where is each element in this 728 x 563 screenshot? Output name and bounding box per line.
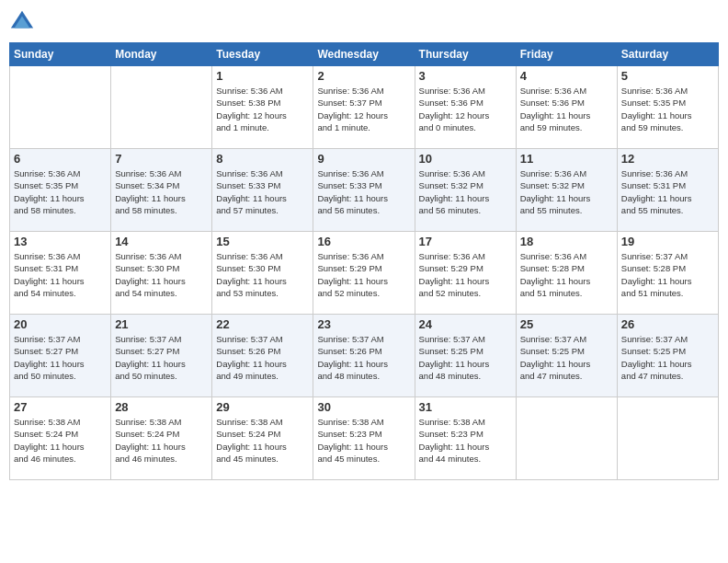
day-number: 30: [317, 400, 410, 414]
day-info: Sunrise: 5:37 AM Sunset: 5:27 PM Dayligh…: [14, 333, 107, 382]
column-header-friday: Friday: [516, 43, 617, 66]
column-header-thursday: Thursday: [415, 43, 516, 66]
day-number: 16: [317, 235, 410, 248]
calendar-cell: 12Sunrise: 5:36 AM Sunset: 5:31 PM Dayli…: [617, 149, 718, 232]
day-info: Sunrise: 5:36 AM Sunset: 5:35 PM Dayligh…: [14, 167, 107, 216]
day-info: Sunrise: 5:36 AM Sunset: 5:34 PM Dayligh…: [115, 167, 208, 216]
column-header-wednesday: Wednesday: [313, 43, 415, 66]
day-info: Sunrise: 5:38 AM Sunset: 5:24 PM Dayligh…: [14, 416, 107, 465]
calendar-table: SundayMondayTuesdayWednesdayThursdayFrid…: [9, 42, 719, 480]
calendar-cell: 28Sunrise: 5:38 AM Sunset: 5:24 PM Dayli…: [111, 397, 212, 480]
day-info: Sunrise: 5:36 AM Sunset: 5:28 PM Dayligh…: [520, 250, 613, 299]
calendar-cell: 9Sunrise: 5:36 AM Sunset: 5:33 PM Daylig…: [313, 149, 415, 232]
header-row: SundayMondayTuesdayWednesdayThursdayFrid…: [10, 43, 719, 66]
day-info: Sunrise: 5:37 AM Sunset: 5:26 PM Dayligh…: [216, 333, 309, 382]
day-number: 25: [520, 317, 613, 331]
day-number: 27: [14, 400, 107, 414]
calendar-cell: 5Sunrise: 5:36 AM Sunset: 5:35 PM Daylig…: [617, 66, 718, 149]
calendar-cell: 30Sunrise: 5:38 AM Sunset: 5:23 PM Dayli…: [313, 397, 415, 480]
day-number: 7: [115, 152, 208, 166]
calendar-week-4: 20Sunrise: 5:37 AM Sunset: 5:27 PM Dayli…: [10, 315, 719, 397]
day-number: 8: [216, 152, 309, 166]
calendar-cell: 10Sunrise: 5:36 AM Sunset: 5:32 PM Dayli…: [415, 149, 516, 232]
day-number: 23: [317, 317, 410, 331]
day-number: 9: [317, 152, 410, 166]
calendar-cell: 7Sunrise: 5:36 AM Sunset: 5:34 PM Daylig…: [111, 149, 212, 232]
calendar-week-5: 27Sunrise: 5:38 AM Sunset: 5:24 PM Dayli…: [10, 397, 719, 480]
calendar-cell: 21Sunrise: 5:37 AM Sunset: 5:27 PM Dayli…: [111, 315, 212, 397]
day-number: 17: [419, 235, 512, 248]
day-info: Sunrise: 5:38 AM Sunset: 5:23 PM Dayligh…: [317, 416, 410, 465]
day-number: 19: [621, 235, 714, 248]
day-info: Sunrise: 5:36 AM Sunset: 5:33 PM Dayligh…: [216, 167, 309, 216]
day-number: 1: [216, 69, 309, 83]
day-number: 22: [216, 317, 309, 331]
calendar-cell: 2Sunrise: 5:36 AM Sunset: 5:37 PM Daylig…: [313, 66, 415, 149]
day-info: Sunrise: 5:36 AM Sunset: 5:29 PM Dayligh…: [419, 250, 512, 299]
day-info: Sunrise: 5:36 AM Sunset: 5:37 PM Dayligh…: [317, 85, 410, 133]
day-info: Sunrise: 5:36 AM Sunset: 5:35 PM Dayligh…: [621, 85, 714, 133]
day-number: 28: [115, 400, 208, 414]
day-number: 15: [216, 235, 309, 248]
calendar-cell: 18Sunrise: 5:36 AM Sunset: 5:28 PM Dayli…: [516, 232, 617, 315]
day-number: 11: [520, 152, 613, 166]
calendar-cell: 31Sunrise: 5:38 AM Sunset: 5:23 PM Dayli…: [415, 397, 516, 480]
day-info: Sunrise: 5:36 AM Sunset: 5:30 PM Dayligh…: [216, 250, 309, 299]
calendar-cell: 4Sunrise: 5:36 AM Sunset: 5:36 PM Daylig…: [516, 66, 617, 149]
day-number: 31: [419, 400, 512, 414]
calendar-cell: [10, 66, 111, 149]
day-info: Sunrise: 5:37 AM Sunset: 5:25 PM Dayligh…: [419, 333, 512, 382]
day-number: 3: [419, 69, 512, 83]
calendar-cell: 29Sunrise: 5:38 AM Sunset: 5:24 PM Dayli…: [212, 397, 313, 480]
calendar-cell: 23Sunrise: 5:37 AM Sunset: 5:26 PM Dayli…: [313, 315, 415, 397]
day-info: Sunrise: 5:36 AM Sunset: 5:32 PM Dayligh…: [419, 167, 512, 216]
day-info: Sunrise: 5:36 AM Sunset: 5:31 PM Dayligh…: [14, 250, 107, 299]
logo: [9, 9, 39, 35]
calendar-cell: 14Sunrise: 5:36 AM Sunset: 5:30 PM Dayli…: [111, 232, 212, 315]
day-number: 26: [621, 317, 714, 331]
day-info: Sunrise: 5:36 AM Sunset: 5:29 PM Dayligh…: [317, 250, 410, 299]
calendar-cell: 27Sunrise: 5:38 AM Sunset: 5:24 PM Dayli…: [10, 397, 111, 480]
calendar-week-1: 1Sunrise: 5:36 AM Sunset: 5:38 PM Daylig…: [10, 66, 719, 149]
calendar-cell: 17Sunrise: 5:36 AM Sunset: 5:29 PM Dayli…: [415, 232, 516, 315]
day-info: Sunrise: 5:36 AM Sunset: 5:33 PM Dayligh…: [317, 167, 410, 216]
column-header-sunday: Sunday: [10, 43, 111, 66]
day-info: Sunrise: 5:37 AM Sunset: 5:26 PM Dayligh…: [317, 333, 410, 382]
day-info: Sunrise: 5:37 AM Sunset: 5:25 PM Dayligh…: [621, 333, 714, 382]
calendar-week-3: 13Sunrise: 5:36 AM Sunset: 5:31 PM Dayli…: [10, 232, 719, 315]
day-number: 6: [14, 152, 107, 166]
day-number: 29: [216, 400, 309, 414]
calendar-cell: 19Sunrise: 5:37 AM Sunset: 5:28 PM Dayli…: [617, 232, 718, 315]
day-info: Sunrise: 5:37 AM Sunset: 5:25 PM Dayligh…: [520, 333, 613, 382]
day-info: Sunrise: 5:38 AM Sunset: 5:23 PM Dayligh…: [419, 416, 512, 465]
column-header-monday: Monday: [111, 43, 212, 66]
calendar-cell: 3Sunrise: 5:36 AM Sunset: 5:36 PM Daylig…: [415, 66, 516, 149]
day-number: 24: [419, 317, 512, 331]
day-info: Sunrise: 5:36 AM Sunset: 5:36 PM Dayligh…: [520, 85, 613, 133]
calendar-cell: [516, 397, 617, 480]
calendar-cell: 13Sunrise: 5:36 AM Sunset: 5:31 PM Dayli…: [10, 232, 111, 315]
calendar-cell: 25Sunrise: 5:37 AM Sunset: 5:25 PM Dayli…: [516, 315, 617, 397]
page-header: [9, 9, 719, 35]
day-number: 21: [115, 317, 208, 331]
day-number: 14: [115, 235, 208, 248]
day-number: 18: [520, 235, 613, 248]
calendar-cell: [111, 66, 212, 149]
column-header-tuesday: Tuesday: [212, 43, 313, 66]
day-info: Sunrise: 5:37 AM Sunset: 5:27 PM Dayligh…: [115, 333, 208, 382]
column-header-saturday: Saturday: [617, 43, 718, 66]
calendar-cell: 20Sunrise: 5:37 AM Sunset: 5:27 PM Dayli…: [10, 315, 111, 397]
calendar-cell: 8Sunrise: 5:36 AM Sunset: 5:33 PM Daylig…: [212, 149, 313, 232]
day-number: 5: [621, 69, 714, 83]
day-info: Sunrise: 5:36 AM Sunset: 5:30 PM Dayligh…: [115, 250, 208, 299]
calendar-cell: 15Sunrise: 5:36 AM Sunset: 5:30 PM Dayli…: [212, 232, 313, 315]
day-info: Sunrise: 5:38 AM Sunset: 5:24 PM Dayligh…: [115, 416, 208, 465]
calendar-cell: 24Sunrise: 5:37 AM Sunset: 5:25 PM Dayli…: [415, 315, 516, 397]
logo-icon: [9, 9, 35, 35]
calendar-cell: 22Sunrise: 5:37 AM Sunset: 5:26 PM Dayli…: [212, 315, 313, 397]
day-info: Sunrise: 5:36 AM Sunset: 5:38 PM Dayligh…: [216, 85, 309, 133]
calendar-cell: [617, 397, 718, 480]
day-number: 4: [520, 69, 613, 83]
day-info: Sunrise: 5:36 AM Sunset: 5:36 PM Dayligh…: [419, 85, 512, 133]
calendar-cell: 6Sunrise: 5:36 AM Sunset: 5:35 PM Daylig…: [10, 149, 111, 232]
